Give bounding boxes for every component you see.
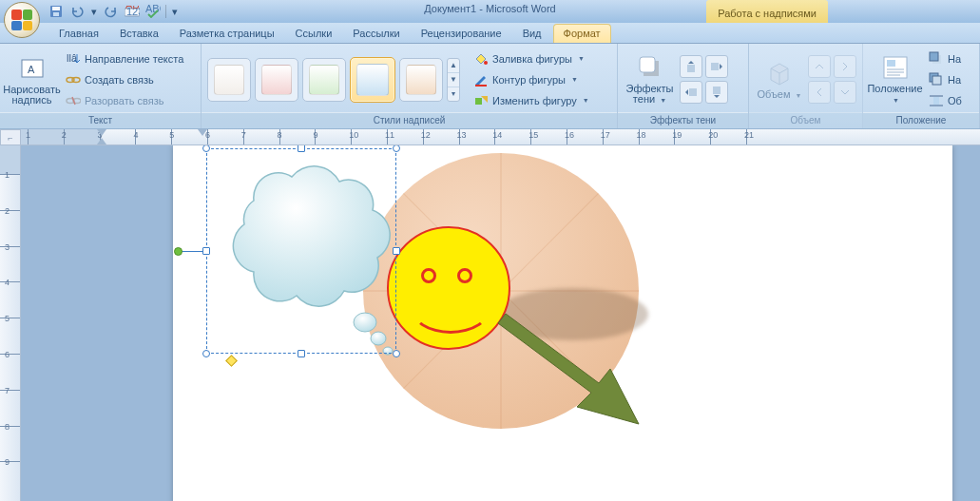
group-text-label: Текст (0, 112, 201, 128)
rotate-handle[interactable] (174, 247, 183, 256)
tab-view[interactable]: Вид (513, 25, 551, 43)
shape-fill-button[interactable]: Заливка фигуры▼ (470, 49, 593, 68)
3d-tilt-grid (808, 55, 856, 104)
horizontal-ruler[interactable]: 123456789101112131415161718192021 (21, 129, 980, 145)
document-area[interactable] (21, 145, 980, 501)
save-icon[interactable] (48, 3, 65, 20)
resize-handle-br[interactable] (393, 350, 400, 357)
text-direction-button[interactable]: llâ Направление текста (62, 49, 187, 68)
gallery-more-icon[interactable]: ▾ (448, 87, 459, 101)
selection-box[interactable] (206, 148, 396, 354)
tab-review[interactable]: Рецензирование (412, 25, 511, 43)
chevron-down-icon: ▼ (796, 92, 802, 99)
tilt-up (808, 55, 831, 78)
shape-thought-cloud[interactable] (206, 148, 396, 354)
gallery-down-icon[interactable]: ▼ (448, 73, 459, 87)
tab-insert[interactable]: Вставка (110, 25, 168, 43)
change-shape-icon (473, 93, 489, 108)
first-line-indent-marker[interactable] (97, 129, 106, 136)
contextual-tab-title: Работа с надписями (706, 0, 828, 23)
gallery-up-icon[interactable]: ▲ (448, 59, 459, 73)
resize-handle-t[interactable] (298, 145, 305, 152)
shape-arrow[interactable] (487, 312, 658, 445)
style-swatch-5[interactable] (399, 58, 443, 102)
style-swatch-3[interactable] (302, 58, 346, 102)
svg-rect-25 (887, 60, 895, 67)
page[interactable] (173, 145, 952, 501)
spellcheck-icon[interactable]: ABC (144, 3, 162, 20)
shadow-effects-button[interactable]: Эффекты тени ▼ (624, 48, 676, 111)
send-backward-icon (929, 72, 944, 87)
draw-textbox-button[interactable]: A Нарисовать надпись (6, 48, 58, 111)
ribbon-tabs: Главная Вставка Разметка страницы Ссылки… (0, 23, 980, 44)
tab-mailings[interactable]: Рассылки (343, 25, 409, 43)
create-link-button[interactable]: Создать связь (62, 70, 187, 89)
shadow-icon (636, 53, 664, 82)
resize-handle-bl[interactable] (202, 350, 210, 357)
svg-rect-22 (689, 88, 697, 96)
svg-text:ABC: ABC (145, 5, 161, 14)
text-wrap-button[interactable]: Об (925, 91, 966, 110)
svg-rect-32 (932, 76, 941, 85)
chevron-down-icon: ▼ (660, 97, 666, 104)
svg-rect-16 (475, 85, 487, 87)
svg-text:A: A (28, 64, 35, 75)
bring-forward-button[interactable]: На (925, 49, 966, 68)
style-swatch-2[interactable] (255, 58, 298, 102)
change-shape-button[interactable]: Изменить фигуру▼ (470, 91, 593, 110)
gallery-scroll[interactable]: ▲▼▾ (447, 58, 460, 102)
ribbon: A Нарисовать надпись llâ Направление тек… (0, 44, 980, 129)
redo-icon[interactable] (103, 3, 120, 20)
tab-format[interactable]: Формат (553, 24, 611, 43)
undo-dropdown-icon[interactable]: ▾ (89, 3, 99, 20)
smiley-mouth (410, 280, 491, 334)
shadow-nudge-grid (680, 55, 728, 104)
quick-access-toolbar: ▾ 123ABC ABC ▾ (48, 3, 180, 20)
chevron-down-icon: ▼ (583, 97, 589, 104)
office-button[interactable] (4, 2, 40, 38)
tilt-left (808, 81, 831, 104)
shadow-nudge-up[interactable] (680, 55, 702, 78)
tab-references[interactable]: Ссылки (286, 25, 342, 43)
vruler-top-margin (0, 145, 20, 174)
style-swatch-1[interactable] (207, 58, 251, 102)
document-name: Документ1 (424, 3, 476, 14)
break-link-button: Разорвать связь (62, 91, 187, 110)
shape-outline-button[interactable]: Контур фигуры▼ (470, 70, 593, 89)
vertical-ruler[interactable]: 123456789 (0, 145, 21, 501)
tab-home[interactable]: Главная (49, 25, 108, 43)
group-text: A Нарисовать надпись llâ Направление тек… (0, 44, 202, 128)
paint-bucket-icon (473, 51, 489, 67)
shadow-nudge-left[interactable] (680, 81, 702, 104)
bring-forward-icon (929, 51, 944, 67)
svg-rect-19 (640, 57, 655, 72)
style-gallery[interactable]: ▲▼▾ (207, 57, 460, 103)
app-name: Microsoft Word (486, 3, 556, 14)
group-3d-label: Объем (749, 112, 862, 128)
resize-handle-l[interactable] (202, 247, 210, 255)
field-code-icon[interactable]: 123ABC (124, 3, 141, 20)
shadow-nudge-right[interactable] (705, 55, 728, 78)
group-arrange: Положение ▼ На На Об Положение (863, 44, 980, 128)
undo-icon[interactable] (68, 3, 86, 20)
3d-effects-button: Объем ▼ (755, 48, 804, 111)
office-logo-icon (11, 10, 32, 30)
shadow-nudge-down[interactable] (705, 81, 728, 104)
style-swatch-4[interactable] (350, 57, 395, 103)
tilt-right (834, 55, 856, 78)
position-button[interactable]: Положение ▼ (869, 48, 921, 111)
break-link-icon (66, 93, 81, 108)
resize-handle-b[interactable] (298, 350, 305, 357)
qat-customize-icon[interactable]: ▾ (170, 3, 180, 20)
right-indent-marker[interactable] (198, 129, 207, 136)
cube-icon (765, 59, 794, 87)
resize-handle-r[interactable] (393, 247, 400, 255)
ruler-corner[interactable]: ⌐ (0, 129, 21, 145)
svg-rect-17 (475, 98, 482, 105)
tab-page-layout[interactable]: Разметка страницы (170, 25, 284, 43)
group-styles-label: Стили надписей (202, 112, 617, 128)
hanging-indent-marker[interactable] (97, 138, 106, 145)
workspace: ⌐ 123456789101112131415161718192021 1234… (0, 129, 980, 501)
send-backward-button[interactable]: На (925, 70, 966, 89)
svg-rect-33 (933, 97, 939, 105)
